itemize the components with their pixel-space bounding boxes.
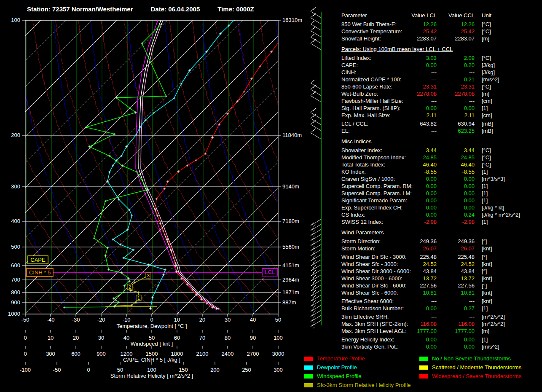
axis-title: Storm Relative Helicity [ m^2/s^2 ]	[110, 373, 193, 379]
table-row: Max. 3km SRH Level AGL:1777.001777.00[m]	[341, 328, 539, 335]
legend-label: Sfc-3km Storm Relative Helicity Profile	[317, 381, 411, 389]
height-tick-label: 5560m	[282, 244, 299, 250]
value-ccl: 0.21	[437, 76, 475, 83]
param-label: Showalter Index:	[341, 147, 405, 154]
value-ccl: 25.42	[437, 28, 475, 35]
unit-label: [J/kg * m^2/s^2]	[475, 211, 539, 218]
value-lcl: 643.82	[405, 120, 437, 127]
height-tick-label: 4151m	[282, 262, 299, 268]
unit-label: [mB]	[475, 127, 539, 134]
value-lcl: 0.00	[405, 190, 437, 197]
param-label: Exp. Supercell Index CH:	[341, 204, 405, 211]
date-label: Date: 06.04.2005	[150, 5, 200, 13]
legend-swatch-icon	[304, 374, 313, 379]
value-ccl: 26.07	[437, 245, 475, 252]
param-label: Storm Motion:	[341, 245, 405, 252]
param-label: Fawbush-Miller Hail Size:	[341, 97, 405, 105]
height-tick-label: 7180m	[282, 218, 299, 224]
axis-title: Windspeed [ knt ]	[131, 341, 173, 347]
legend-swatch-icon	[419, 357, 428, 361]
table-row: LCL / CCL:643.82630.94[mB]	[341, 120, 539, 127]
column-header: Value CCL	[448, 12, 475, 19]
table-row: Modified Thompson Index:24.8524.85[°C]	[341, 154, 539, 161]
value-ccl: ---	[437, 313, 475, 320]
param-label: Wet-Bulb Zero:	[341, 90, 405, 97]
unit-label: [J/kg * kt]	[475, 204, 539, 211]
value-lcl: 0.00	[405, 175, 437, 183]
param-label: Storm Direction:	[341, 238, 405, 245]
unit-label: [1]	[475, 190, 539, 197]
legend-label: Scattered / Moderate Thunderstorms	[432, 363, 521, 372]
unit-label: [m]	[475, 90, 539, 97]
axis-tick-label: 30	[225, 317, 231, 323]
axis-tick-label: 50	[275, 317, 281, 323]
param-label: Wind Shear Dir 3000 - 6000:	[341, 268, 405, 275]
legend-swatch-icon	[304, 383, 313, 387]
param-label: Sig. Hail Param. (SHIP):	[341, 105, 405, 112]
axis-tick-label: 2400	[222, 351, 234, 357]
table-row: Wind Shear Dir Sfc - 6000:227.56227.56[°…	[341, 282, 539, 289]
table-row: Wind Shear Dir 3000 - 6000:43.8443.84[°]	[341, 268, 539, 275]
section-heading: Parcels: Using 100mB mean layer LCL + CC…	[341, 46, 539, 53]
unit-label: [m^3/s^3]	[475, 175, 539, 183]
axis-tick-label: 0	[24, 351, 27, 357]
pressure-tick-label: 100	[11, 17, 20, 23]
value-lcl: ---	[405, 69, 437, 76]
legend-item: Temperature Profile	[304, 354, 411, 363]
value-ccl: ---	[437, 97, 475, 105]
skewt-chart: 10016310m20011840m3009140m4007180m500556…	[0, 0, 341, 392]
table-row: Significant Tornado Param:0.000.00[1]	[341, 197, 539, 204]
value-ccl: 116.08	[437, 320, 475, 328]
value-ccl: 0.00	[437, 204, 475, 211]
param-label: CAPE:	[341, 62, 405, 69]
wind-barbs	[311, 7, 321, 328]
axis-tick-label: 2700	[247, 351, 259, 357]
value-ccl: 2.09	[437, 54, 475, 62]
table-header: ParameterValue LCLValue CCLUnit	[341, 12, 539, 19]
value-ccl: 249.36	[437, 238, 475, 245]
value-lcl: 3.44	[405, 147, 437, 154]
axis-tick-label: -40	[47, 317, 55, 323]
pressure-tick-label: 600	[11, 262, 20, 268]
axis-tick-label: 40	[123, 335, 129, 341]
value-ccl: 623.25	[437, 127, 475, 134]
unit-label: [1]	[475, 197, 539, 204]
value-lcl: 3.03	[405, 54, 437, 62]
axis-tick-label: -10	[123, 317, 131, 323]
axis-tick-label: -30	[72, 317, 80, 323]
axis-tick-label: 10	[174, 317, 180, 323]
legend-swatch-icon	[304, 357, 313, 361]
axis-tick-label: 300	[274, 367, 283, 373]
legend-item: Widespread / Severe Thunderstorms	[419, 372, 521, 381]
value-lcl: 0.00	[405, 183, 437, 190]
table-row: 3km Vorticity Gen. Pot.:0.000.00[m/s^2]	[341, 343, 539, 350]
height-tick-label: 2964m	[282, 277, 299, 283]
unit-label: [m/s^2]	[475, 76, 539, 83]
axis-tick-label: 100	[147, 367, 156, 373]
axis-tick-label: -100	[20, 367, 31, 373]
axis-tick-label: 90	[250, 335, 256, 341]
value-lcl: 249.36	[405, 238, 437, 245]
table-row: Craven SigSvr / 1000:0.000.00[m^3/s^3]	[341, 175, 539, 183]
section-heading: Wind Parameters	[341, 229, 539, 236]
param-label: Supercell Comp. Param. LM:	[341, 190, 405, 197]
axis-tick-label: 0	[87, 367, 90, 373]
param-label: Total Totals Index:	[341, 161, 405, 168]
value-ccl: 43.84	[437, 268, 475, 275]
table-row: Sig. Hail Param. (SHIP):0.000.00[1]	[341, 105, 539, 112]
axis-tick-label: 30	[98, 335, 104, 341]
axis-tick-label: 2100	[196, 351, 209, 357]
unit-label: [m^2/s^2]	[475, 313, 539, 320]
value-ccl: 23.31	[437, 83, 475, 90]
unit-label: [knt]	[475, 298, 539, 305]
pressure-tick-label: 1000	[8, 311, 20, 317]
table-row: Wind Shear Sfc - 3000:24.5224.52[knt]	[341, 260, 539, 268]
value-lcl: 23.31	[405, 83, 437, 90]
axis-tick-label: 300	[46, 351, 55, 357]
param-label: 3km Effective SRH:	[341, 313, 405, 320]
value-lcl: 0.00	[405, 305, 437, 312]
param-label: Wind Shear Sfc - 6000:	[341, 289, 405, 296]
pressure-tick-label: 800	[11, 289, 20, 295]
dewpoint-profile	[107, 20, 234, 309]
param-label: 3km Vorticity Gen. Pot.:	[341, 343, 405, 350]
